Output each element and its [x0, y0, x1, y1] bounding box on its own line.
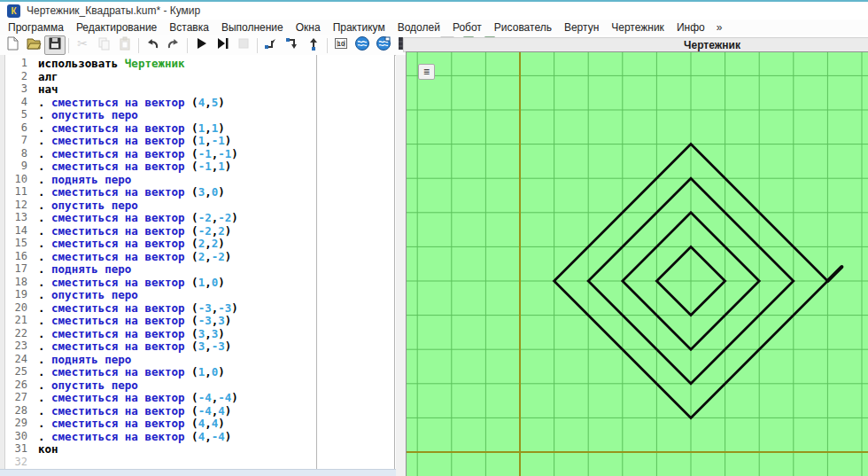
- code-line[interactable]: 21. сместиться на вектор (-3,3): [0, 314, 394, 327]
- code-line[interactable]: 28. сместиться на вектор (-4,4): [0, 404, 394, 417]
- new-file-button[interactable]: [2, 35, 23, 55]
- code-line[interactable]: 23. сместиться на вектор (3,-3): [0, 339, 394, 353]
- code-line-text: . сместиться на вектор (-3,3): [31, 314, 231, 327]
- open-file-icon: [26, 35, 42, 55]
- save-file-button[interactable]: [44, 35, 66, 55]
- menu-item-5[interactable]: Практикум: [327, 20, 391, 35]
- code-line[interactable]: 17. поднять перо: [0, 262, 394, 276]
- redo-button[interactable]: [163, 35, 184, 55]
- svg-text:✂: ✂: [77, 36, 88, 51]
- run-button[interactable]: [190, 35, 212, 55]
- line-number: 21: [6, 314, 31, 327]
- menu-item-0[interactable]: Программа: [2, 20, 70, 35]
- code-line[interactable]: 27. сместиться на вектор (-4,-4): [0, 391, 394, 404]
- code-line[interactable]: 16. сместиться на вектор (2,-2): [0, 250, 394, 263]
- line-number: 28: [6, 404, 31, 417]
- menu-item-6[interactable]: Водолей: [391, 20, 446, 35]
- code-line[interactable]: 15. сместиться на вектор (2,2): [0, 237, 394, 250]
- drawer-field: [407, 52, 868, 476]
- line-number: 12: [6, 199, 31, 212]
- menu-item-10[interactable]: Чертежник: [605, 20, 670, 35]
- code-line[interactable]: 19. опустить перо: [0, 288, 394, 301]
- code-line[interactable]: 24. поднять перо: [0, 353, 394, 366]
- code-line[interactable]: 13. сместиться на вектор (-2,-2): [0, 211, 394, 224]
- toolbar-separator: [327, 38, 328, 53]
- line-number: 5: [6, 108, 31, 121]
- code-line[interactable]: 18. сместиться на вектор (1,0): [0, 276, 394, 289]
- code-line[interactable]: 9. сместиться на вектор (-1,1): [0, 160, 394, 173]
- code-line[interactable]: 20. сместиться на вектор (-3,-3): [0, 301, 394, 315]
- code-line-text: . сместиться на вектор (2,2): [31, 237, 225, 250]
- window-titlebar[interactable]: К Чертежник_Квадраты.kum* - Кумир: [0, 2, 868, 20]
- code-line[interactable]: 11. сместиться на вектор (3,0): [0, 185, 394, 199]
- menu-item-3[interactable]: Выполнение: [215, 20, 290, 35]
- code-line-text: [31, 456, 38, 469]
- new-file-icon: [4, 35, 20, 55]
- line-number: 7: [6, 134, 31, 147]
- menubar-overflow-button[interactable]: »: [711, 21, 728, 34]
- step-out-icon: [306, 35, 322, 55]
- menu-item-2[interactable]: Вставка: [163, 20, 215, 35]
- code-line[interactable]: 2алг: [0, 70, 394, 83]
- line-number: 26: [6, 378, 31, 392]
- code-editor[interactable]: 1использовать Чертежник2алг3нач4. смести…: [0, 55, 395, 469]
- code-line[interactable]: 29. сместиться на вектор (4,4): [0, 417, 394, 430]
- code-line-text: . сместиться на вектор (4,5): [31, 96, 225, 109]
- menu-item-1[interactable]: Редактирование: [70, 20, 163, 35]
- step-in-button[interactable]: [282, 35, 303, 55]
- code-line[interactable]: 1использовать Чертежник: [0, 57, 394, 70]
- code-line-text: . опустить перо: [31, 199, 138, 212]
- code-line[interactable]: 22. сместиться на вектор (3,3): [0, 327, 394, 340]
- editor-panel-splitter[interactable]: [396, 55, 406, 476]
- line-number: 9: [6, 160, 31, 173]
- line-number: 17: [6, 262, 31, 276]
- code-line[interactable]: 4. сместиться на вектор (4,5): [0, 96, 394, 109]
- drawer-canvas[interactable]: ≡: [406, 51, 868, 476]
- kumir-window: К Чертежник_Квадраты.kum* - Кумир Програ…: [0, 0, 868, 476]
- step-over-button[interactable]: [260, 35, 282, 55]
- code-line-text: . поднять перо: [31, 353, 131, 366]
- code-line[interactable]: 7. сместиться на вектор (1,-1): [0, 134, 394, 147]
- code-line-text: . сместиться на вектор (-4,4): [31, 404, 231, 417]
- code-line-text: . сместиться на вектор (1,1): [31, 121, 225, 135]
- code-line[interactable]: 32: [0, 456, 394, 469]
- code-line[interactable]: 26. опустить перо: [0, 378, 394, 392]
- paste-button: [114, 35, 136, 55]
- code-line-text: . опустить перо: [31, 108, 138, 121]
- line-number: 10: [6, 173, 31, 186]
- code-line[interactable]: 5. опустить перо: [0, 108, 394, 121]
- drawer-menu-button[interactable]: ≡: [418, 64, 435, 80]
- menu-item-9[interactable]: Вертун: [558, 20, 605, 35]
- code-line[interactable]: 12. опустить перо: [0, 199, 394, 212]
- step-out-button[interactable]: [303, 35, 324, 55]
- drawer-panel-header[interactable]: Чертежник: [403, 37, 868, 52]
- run-step-icon: [214, 35, 230, 55]
- code-line[interactable]: 3нач: [0, 82, 394, 96]
- line-number: 13: [6, 211, 31, 224]
- line-number: 6: [6, 121, 31, 135]
- vodoley-window-button[interactable]: [373, 35, 394, 55]
- code-line[interactable]: 6. сместиться на вектор (1,1): [0, 121, 394, 135]
- menu-item-4[interactable]: Окна: [290, 20, 327, 35]
- menu-item-8[interactable]: Рисователь: [488, 20, 558, 35]
- undo-button[interactable]: [142, 35, 163, 55]
- vodoley-button[interactable]: [352, 35, 373, 55]
- io-window-button[interactable]: 10: [330, 35, 352, 55]
- code-line-text: . сместиться на вектор (-2,-2): [31, 211, 238, 224]
- code-line[interactable]: 31кон: [0, 442, 394, 456]
- menu-item-7[interactable]: Робот: [446, 20, 488, 35]
- run-step-button[interactable]: [212, 35, 233, 55]
- line-number: 14: [6, 224, 31, 238]
- cut-button: ✂: [72, 35, 93, 55]
- code-line[interactable]: 25. сместиться на вектор (1,0): [0, 365, 394, 378]
- open-file-button[interactable]: [23, 35, 44, 55]
- code-line[interactable]: 10. поднять перо: [0, 173, 394, 186]
- menu-item-11[interactable]: Инфо: [670, 20, 711, 35]
- code-line[interactable]: 30. сместиться на вектор (4,-4): [0, 430, 394, 443]
- line-number: 20: [6, 301, 31, 315]
- code-line[interactable]: 8. сместиться на вектор (-1,-1): [0, 147, 394, 160]
- code-line[interactable]: 14. сместиться на вектор (-2,2): [0, 224, 394, 238]
- code-line-text: алг: [31, 70, 58, 83]
- cut-icon: ✂: [74, 35, 90, 55]
- code-line-text: . сместиться на вектор (-1,-1): [31, 147, 238, 160]
